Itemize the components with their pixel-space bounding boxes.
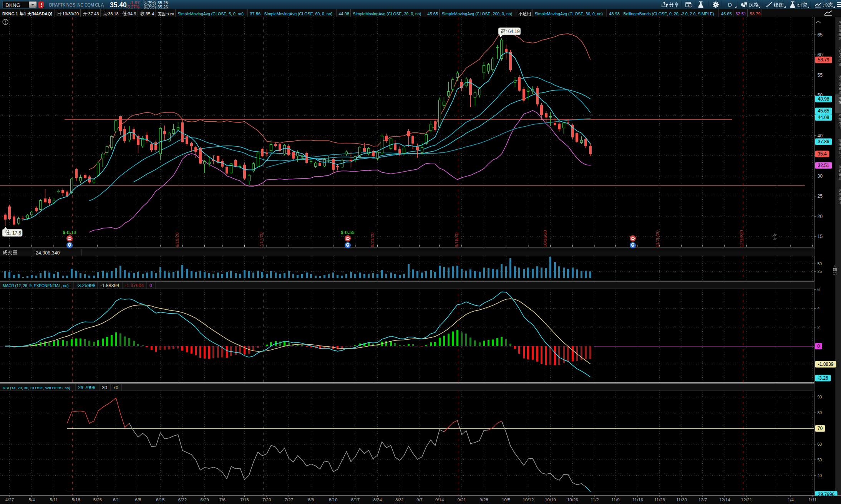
svg-text:32.51: 32.51	[818, 163, 829, 168]
svg-text:35.40: 35.40	[110, 1, 127, 9]
svg-text:6/1: 6/1	[113, 497, 119, 502]
svg-text:8/17: 8/17	[351, 497, 360, 502]
svg-text::35.26: :35.26	[156, 5, 168, 9]
svg-text:5/4: 5/4	[29, 497, 35, 502]
svg-text:32.51: 32.51	[735, 12, 746, 16]
svg-text:4: 4	[818, 306, 820, 311]
svg-text:[NASDAQ]: [NASDAQ]	[32, 12, 52, 16]
svg-text:5/11: 5/11	[50, 497, 58, 502]
svg-text:9/21: 9/21	[458, 497, 466, 502]
svg-text:6/19/20: 6/19/20	[175, 233, 179, 247]
svg-text:6/8: 6/8	[135, 497, 141, 502]
svg-text:70: 70	[113, 385, 118, 390]
svg-text:6: 6	[818, 287, 820, 292]
svg-text:10/5: 10/5	[502, 497, 510, 502]
svg-text:45.65: 45.65	[818, 108, 829, 114]
svg-text:50: 50	[818, 261, 822, 266]
svg-text:40: 40	[818, 473, 822, 478]
svg-text:9/18/20: 9/18/20	[454, 233, 459, 247]
svg-text::10/30/20: :10/30/20	[61, 12, 79, 16]
svg-text:40: 40	[818, 133, 823, 139]
svg-text:8/31: 8/31	[395, 497, 404, 502]
svg-text:BollingerBands (CLOSE, 0, 20,: BollingerBands (CLOSE, 0, 20, -2.0, 2.0,…	[623, 12, 714, 16]
svg-text:70: 70	[818, 426, 823, 431]
svg-text:1/4: 1/4	[788, 497, 794, 502]
svg-text:-5.27%: -5.27%	[126, 5, 139, 9]
svg-text:8/21/20: 8/21/20	[370, 233, 375, 247]
svg-text:1/11: 1/11	[808, 497, 817, 502]
svg-text:7/6: 7/6	[219, 497, 226, 502]
svg-text:: 17.6: : 17.6	[10, 230, 21, 236]
svg-text::35.4: :35.4	[144, 12, 154, 16]
svg-text:D: D	[728, 2, 732, 8]
svg-text:60: 60	[818, 442, 822, 446]
svg-text:44.08: 44.08	[338, 12, 349, 16]
svg-text:-3.26: -3.26	[818, 375, 828, 381]
svg-text:30: 30	[818, 174, 823, 179]
svg-text:-3.25998: -3.25998	[76, 283, 95, 288]
svg-text:6/22: 6/22	[178, 497, 187, 502]
svg-text:45.65: 45.65	[721, 12, 732, 16]
svg-text:80: 80	[818, 410, 822, 415]
svg-text:2: 2	[818, 325, 820, 330]
svg-text:4/27: 4/27	[5, 497, 14, 502]
svg-text:DKNG: DKNG	[5, 2, 20, 8]
svg-text:12/21: 12/21	[741, 497, 752, 502]
svg-text:37.86: 37.86	[818, 139, 829, 144]
svg-text:9/7: 9/7	[416, 497, 423, 502]
svg-text::3.28: :3.28	[166, 12, 174, 16]
svg-text:90: 90	[818, 395, 822, 399]
svg-text:29.7996: 29.7996	[78, 385, 95, 390]
svg-text:11/9: 11/9	[611, 497, 620, 502]
svg-text:7/20: 7/20	[262, 497, 271, 502]
svg-text:15: 15	[818, 234, 823, 239]
svg-text::38.18: :38.18	[107, 12, 118, 16]
svg-text:37.86: 37.86	[250, 12, 260, 16]
svg-text:5/18: 5/18	[71, 497, 80, 502]
svg-text:9/28: 9/28	[479, 497, 488, 502]
svg-text:12/18/20: 12/18/20	[739, 230, 744, 247]
svg-text:11/20/20: 11/20/20	[655, 230, 660, 247]
svg-text:11/16: 11/16	[632, 497, 643, 502]
svg-text:6/15: 6/15	[156, 497, 164, 502]
svg-text:DKNG 1: DKNG 1	[2, 12, 18, 16]
svg-text:1: 1	[24, 12, 26, 16]
svg-text:58.79: 58.79	[750, 12, 761, 16]
svg-text:RSI (14, 70, 30, CLOSE, WILDER: RSI (14, 70, 30, CLOSE, WILDERS, no)	[3, 386, 70, 390]
svg-text:65: 65	[818, 32, 823, 38]
svg-text:10/26: 10/26	[567, 497, 578, 502]
svg-text:0: 0	[817, 344, 820, 349]
svg-text:24,908,340: 24,908,340	[36, 250, 60, 256]
svg-text:55: 55	[818, 73, 823, 78]
svg-text:SimpleMovingAvg (CLOSE, 200, 0: SimpleMovingAvg (CLOSE, 200, 0, no)	[442, 12, 513, 16]
svg-text:i: i	[690, 4, 690, 8]
svg-text:12/14: 12/14	[719, 497, 730, 502]
svg-text:44.08: 44.08	[818, 115, 829, 120]
svg-text:25: 25	[818, 269, 822, 274]
svg-text:11/23: 11/23	[654, 497, 665, 502]
svg-text:-1.37604: -1.37604	[125, 283, 144, 288]
svg-text:58.79: 58.79	[818, 57, 829, 63]
svg-text:9/14: 9/14	[435, 497, 444, 502]
svg-text:0: 0	[149, 283, 152, 288]
svg-text:-1.88394: -1.88394	[100, 283, 119, 288]
svg-text:DRAFTKINGS INC COM CL A: DRAFTKINGS INC COM CL A	[49, 2, 104, 8]
svg-text:6/29: 6/29	[200, 497, 209, 502]
svg-text:: 64.19: : 64.19	[506, 29, 520, 34]
svg-text:11/30: 11/30	[676, 497, 687, 502]
svg-text:25: 25	[818, 193, 823, 199]
svg-text:7/17/20: 7/17/20	[259, 233, 264, 247]
svg-text:10/16/20: 10/16/20	[543, 230, 547, 247]
svg-text:MACD (12, 26, 9, EXPONENTIAL,: MACD (12, 26, 9, EXPONENTIAL, no)	[3, 284, 69, 288]
svg-text:SimpleMovingAvg (CLOSE, 30, 0,: SimpleMovingAvg (CLOSE, 30, 0, no)	[534, 12, 603, 16]
svg-text:SimpleMovingAvg (CLOSE, 60, 0,: SimpleMovingAvg (CLOSE, 60, 0, no)	[264, 12, 333, 16]
svg-text:48.98: 48.98	[609, 12, 620, 16]
svg-text::34.9: :34.9	[126, 12, 136, 16]
svg-text:8/3: 8/3	[308, 497, 314, 502]
svg-text:12/7: 12/7	[698, 497, 707, 502]
svg-text:20: 20	[818, 214, 823, 219]
svg-text:5/25: 5/25	[93, 497, 102, 502]
svg-text:48.98: 48.98	[818, 96, 829, 102]
svg-text:11/2: 11/2	[591, 497, 599, 502]
svg-text:8/10: 8/10	[329, 497, 337, 502]
